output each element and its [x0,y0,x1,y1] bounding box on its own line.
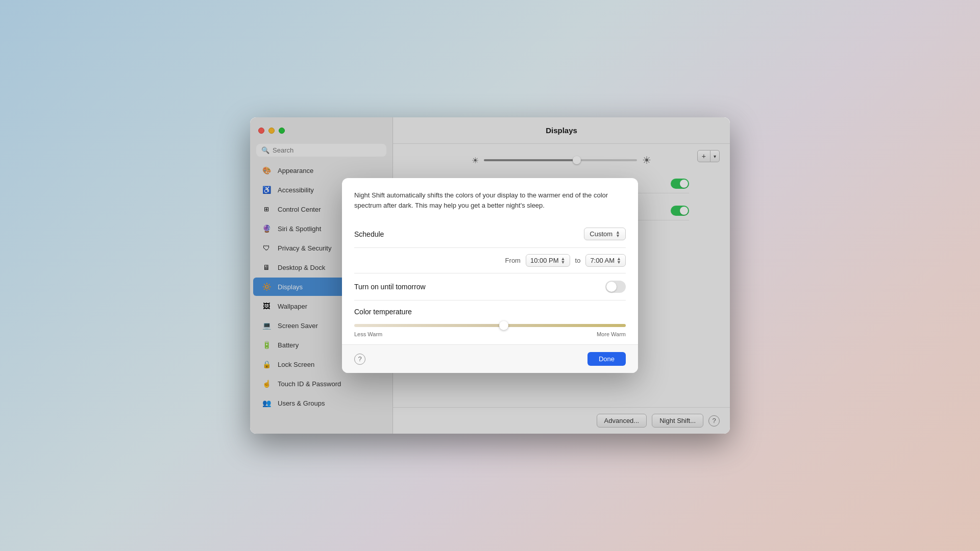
to-label: to [575,257,581,264]
modal-body: Night Shift automatically shifts the col… [342,178,638,344]
system-preferences-window: 🔍 🎨 Appearance ♿ Accessibility ⊞ Control… [250,117,730,434]
schedule-label: Schedule [354,230,384,238]
modal-help-button[interactable]: ? [354,354,365,365]
schedule-chevron-icon: ▲ ▼ [616,231,620,237]
color-temperature-section: Color temperature Less Warm More Warm [354,300,626,344]
from-label: From [505,257,521,264]
color-temp-thumb[interactable] [499,321,508,330]
schedule-row: Schedule Custom ▲ ▼ [354,220,626,248]
less-warm-label: Less Warm [354,331,382,337]
from-time-value: 10:00 PM [530,257,559,264]
turn-on-row: Turn on until tomorrow [354,273,626,300]
schedule-dropdown[interactable]: Custom ▲ ▼ [584,228,626,240]
turn-on-label: Turn on until tomorrow [354,283,426,291]
to-time-input[interactable]: 7:00 AM ▲ ▼ [585,254,626,267]
temp-labels: Less Warm More Warm [354,331,626,337]
time-row: From 10:00 PM ▲ ▼ to 7:00 AM ▲ ▼ [354,248,626,273]
to-time-value: 7:00 AM [590,257,615,264]
night-shift-modal: Night Shift automatically shifts the col… [342,178,638,373]
color-temp-slider[interactable] [354,324,626,327]
more-warm-label: More Warm [597,331,626,337]
modal-description: Night Shift automatically shifts the col… [354,190,626,210]
color-temp-label: Color temperature [354,308,626,316]
to-time-arrows-icon: ▲ ▼ [617,257,621,264]
turn-on-toggle[interactable] [605,281,626,293]
schedule-value: Custom [590,230,612,238]
done-button[interactable]: Done [587,352,626,366]
from-time-input[interactable]: 10:00 PM ▲ ▼ [526,254,570,267]
modal-footer: ? Done [342,344,638,373]
temp-slider-container: Color temperature Less Warm More Warm [354,308,626,337]
modal-overlay: Night Shift automatically shifts the col… [250,117,730,434]
from-time-arrows-icon: ▲ ▼ [561,257,566,264]
